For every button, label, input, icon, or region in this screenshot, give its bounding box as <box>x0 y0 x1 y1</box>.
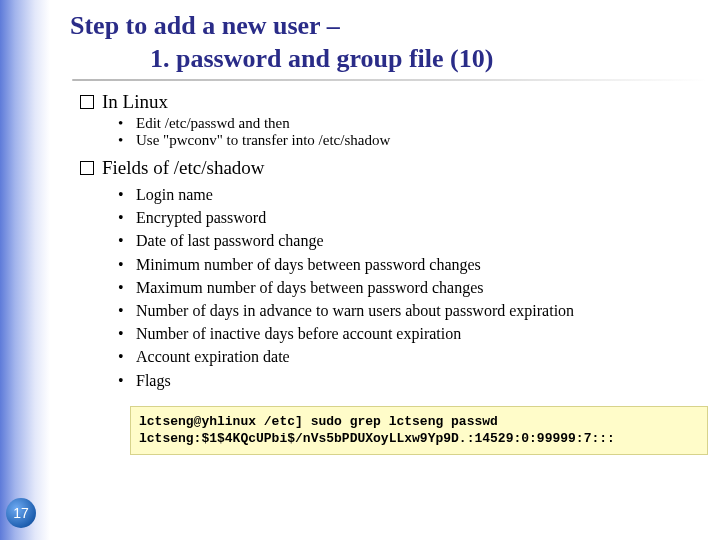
section-heading: Fields of /etc/shadow <box>102 157 265 178</box>
shadow-fields-list: Login name Encrypted password Date of la… <box>118 183 708 392</box>
list-item: Edit /etc/passwd and then <box>118 115 708 132</box>
slide-title: Step to add a new user – 1. password and… <box>70 10 708 75</box>
list-item: Number of days in advance to warn users … <box>118 299 708 322</box>
list-item: Number of inactive days before account e… <box>118 322 708 345</box>
title-underline <box>72 79 708 81</box>
list-item: Date of last password change <box>118 229 708 252</box>
list-item: Login name <box>118 183 708 206</box>
checkbox-bullet-icon <box>80 95 94 109</box>
section-in-linux: In Linux <box>80 91 708 113</box>
title-main: Step to add a new user – <box>70 11 340 40</box>
in-linux-list: Edit /etc/passwd and then Use "pwconv" t… <box>118 115 708 149</box>
sidebar-gradient <box>0 0 50 540</box>
section-heading: In Linux <box>102 91 168 112</box>
sidebar-org-label: Computer Center, CS, NCTU <box>0 6 4 239</box>
list-item: Minimum number of days between password … <box>118 253 708 276</box>
list-item: Account expiration date <box>118 345 708 368</box>
section-fields-shadow: Fields of /etc/shadow <box>80 157 708 179</box>
terminal-snippet: lctseng@yhlinux /etc] sudo grep lctseng … <box>130 406 708 455</box>
slide-content: Step to add a new user – 1. password and… <box>70 10 708 455</box>
list-item: Use "pwconv" to transfer into /etc/shado… <box>118 132 708 149</box>
page-number-badge: 17 <box>6 498 36 528</box>
checkbox-bullet-icon <box>80 161 94 175</box>
title-subtitle: 1. password and group file (10) <box>70 43 708 76</box>
list-item: Flags <box>118 369 708 392</box>
terminal-line: lctseng@yhlinux /etc] sudo grep lctseng … <box>139 414 498 429</box>
list-item: Encrypted password <box>118 206 708 229</box>
terminal-line: lctseng:$1$4KQcUPbi$/nVs5bPDUXoyLLxw9Yp9… <box>139 431 615 446</box>
list-item: Maximum number of days between password … <box>118 276 708 299</box>
